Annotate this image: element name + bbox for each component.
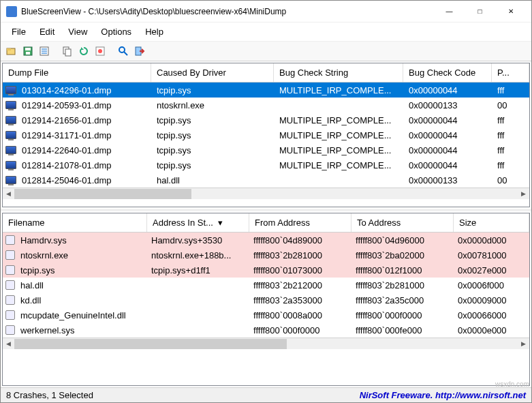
refresh-icon[interactable] — [77, 44, 91, 58]
col-bug-check-code[interactable]: Bug Check Code — [403, 63, 492, 82]
dump-list-header: Dump File Caused By Driver Bug Check Str… — [3, 63, 529, 83]
cell-from: fffff800`01073000 — [248, 264, 350, 277]
dump-list-pane: Dump File Caused By Driver Bug Check Str… — [2, 63, 530, 207]
open-icon[interactable] — [5, 44, 18, 58]
cell-addr — [146, 299, 248, 301]
cell-bug: MULTIPLE_IRP_COMPLE... — [274, 84, 403, 97]
status-link[interactable]: NirSoft Freeware. http://www.nirsoft.net — [354, 390, 531, 400]
scroll-right-icon[interactable]: ▶ — [518, 338, 529, 350]
cell-from: fffff800`000f0000 — [248, 324, 350, 337]
cell-size: 0x00781000 — [452, 249, 520, 262]
driver-icon — [5, 235, 15, 245]
driver-icon — [5, 295, 15, 305]
cell-from: fffff800`04d89000 — [248, 234, 350, 247]
close-button[interactable]: ✕ — [495, 1, 526, 22]
menu-file[interactable]: File — [5, 24, 33, 40]
cell-file: werkernel.sys — [15, 324, 146, 337]
cell-file: tcpip.sys — [15, 264, 146, 277]
dump-hscroll[interactable]: ◀ ▶ — [3, 188, 529, 199]
options-icon[interactable] — [93, 44, 107, 58]
table-row[interactable]: 012914-31171-01.dmptcpip.sysMULTIPLE_IRP… — [3, 128, 529, 143]
minimize-button[interactable]: — — [434, 1, 465, 22]
exit-icon[interactable] — [133, 44, 146, 58]
menu-view[interactable]: View — [61, 24, 94, 40]
cell-driver: tcpip.sys — [151, 144, 274, 157]
cell-p: fff — [492, 159, 519, 172]
table-row[interactable]: 013014-24296-01.dmptcpip.sysMULTIPLE_IRP… — [3, 83, 529, 98]
cell-driver: tcpip.sys — [151, 159, 274, 172]
menu-options[interactable]: Options — [94, 24, 138, 40]
scroll-thumb[interactable] — [14, 339, 287, 349]
svg-point-13 — [119, 47, 125, 53]
monitor-icon — [5, 161, 16, 169]
table-row[interactable]: 012914-21656-01.dmptcpip.sysMULTIPLE_IRP… — [3, 113, 529, 128]
menu-edit[interactable]: Edit — [33, 24, 61, 40]
copy-icon[interactable] — [61, 44, 74, 58]
save-icon[interactable] — [21, 44, 35, 58]
cell-file: mcupdate_GenuineIntel.dll — [15, 309, 146, 322]
cell-size: 0x0006f000 — [452, 279, 520, 292]
table-row[interactable]: werkernel.sysfffff800`000f0000fffff800`0… — [3, 323, 529, 338]
table-row[interactable]: 012914-20593-01.dmpntoskrnl.exe0x0000013… — [3, 98, 529, 113]
dump-list-rows[interactable]: 013014-24296-01.dmptcpip.sysMULTIPLE_IRP… — [3, 83, 529, 188]
col-size[interactable]: Size — [454, 213, 529, 232]
cell-size: 0x00009000 — [452, 294, 520, 307]
table-row[interactable]: mcupdate_GenuineIntel.dllfffff800`0008a0… — [3, 308, 529, 323]
svg-point-12 — [98, 49, 102, 53]
cell-to: fffff803`2ba02000 — [350, 249, 452, 262]
col-to-address[interactable]: To Address — [351, 213, 454, 232]
driver-icon — [5, 310, 15, 320]
monitor-icon — [5, 101, 16, 109]
col-dump-file[interactable]: Dump File — [3, 63, 151, 82]
menu-help[interactable]: Help — [138, 24, 170, 40]
col-from-address[interactable]: From Address — [249, 213, 351, 232]
cell-to: fffff800`000fe000 — [350, 324, 452, 337]
cell-bug: MULTIPLE_IRP_COMPLE... — [274, 159, 403, 172]
monitor-icon — [5, 131, 16, 139]
cell-dump: 012814-25046-01.dmp — [16, 174, 151, 187]
driver-list-rows[interactable]: Hamdrv.sysHamdrv.sys+3530fffff800`04d890… — [3, 233, 529, 338]
app-icon — [6, 6, 17, 17]
properties-icon[interactable] — [37, 44, 51, 58]
scroll-right-icon[interactable]: ▶ — [518, 188, 529, 200]
driver-icon — [5, 280, 15, 290]
monitor-icon — [5, 176, 16, 184]
table-row[interactable]: ntoskrnl.exentoskrnl.exe+188b...fffff803… — [3, 248, 529, 263]
cell-file: Hamdrv.sys — [15, 234, 146, 247]
maximize-button[interactable]: □ — [465, 1, 495, 22]
col-bug-check-string[interactable]: Bug Check String — [274, 63, 403, 82]
table-row[interactable]: 012814-21078-01.dmptcpip.sysMULTIPLE_IRP… — [3, 158, 529, 173]
scroll-thumb[interactable] — [14, 189, 191, 199]
cell-code: 0x00000044 — [403, 114, 492, 127]
table-row[interactable]: Hamdrv.sysHamdrv.sys+3530fffff800`04d890… — [3, 233, 529, 248]
cell-file: ntoskrnl.exe — [15, 249, 146, 262]
scroll-left-icon[interactable]: ◀ — [3, 188, 14, 200]
svg-rect-4 — [26, 52, 30, 55]
table-row[interactable]: hal.dllfffff803`2b212000fffff803`2b28100… — [3, 278, 529, 293]
svg-line-14 — [124, 52, 127, 55]
splitter[interactable] — [1, 209, 531, 211]
table-row[interactable]: kd.dllfffff803`2a353000fffff803`2a35c000… — [3, 293, 529, 308]
col-address-in-stack[interactable]: Address In St... ▾ — [147, 213, 249, 232]
titlebar: BlueScreenView - C:\Users\Adity\Desktop\… — [1, 1, 531, 23]
find-icon[interactable] — [116, 44, 130, 58]
col-caused-by-driver[interactable]: Caused By Driver — [151, 63, 274, 82]
cell-bug — [274, 179, 403, 181]
cell-code: 0x00000044 — [403, 159, 492, 172]
menubar: File Edit View Options Help — [1, 23, 531, 42]
cell-p: fff — [492, 114, 519, 127]
cell-to: fffff800`012f1000 — [350, 264, 452, 277]
cell-to: fffff800`000f0000 — [350, 309, 452, 322]
table-row[interactable]: 012814-25046-01.dmphal.dll0x0000013300 — [3, 173, 529, 188]
driver-icon — [5, 325, 15, 335]
col-filename[interactable]: Filename — [3, 213, 147, 232]
cell-bug: MULTIPLE_IRP_COMPLE... — [274, 114, 403, 127]
watermark: wsxdn.com — [495, 380, 529, 388]
cell-dump: 012914-20593-01.dmp — [16, 99, 151, 112]
table-row[interactable]: 012914-22640-01.dmptcpip.sysMULTIPLE_IRP… — [3, 143, 529, 158]
table-row[interactable]: tcpip.systcpip.sys+d1ff1fffff800`0107300… — [3, 263, 529, 278]
col-p[interactable]: P... — [492, 63, 529, 82]
cell-dump: 012914-21656-01.dmp — [16, 114, 151, 127]
scroll-left-icon[interactable]: ◀ — [3, 338, 14, 350]
driver-hscroll[interactable]: ◀ ▶ — [3, 338, 529, 349]
